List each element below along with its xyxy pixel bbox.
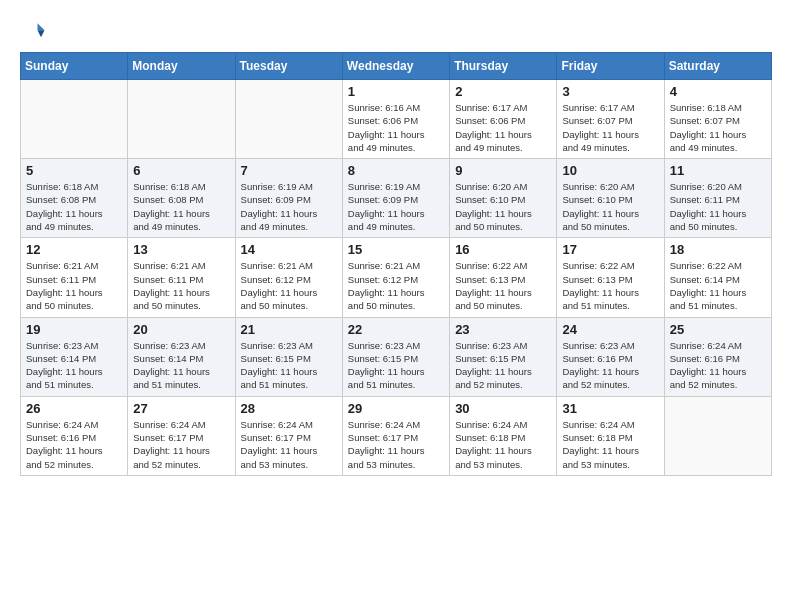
day-info: Sunrise: 6:18 AM Sunset: 6:07 PM Dayligh… [670, 101, 766, 154]
calendar-cell: 26Sunrise: 6:24 AM Sunset: 6:16 PM Dayli… [21, 396, 128, 475]
day-info: Sunrise: 6:20 AM Sunset: 6:11 PM Dayligh… [670, 180, 766, 233]
day-number: 10 [562, 163, 658, 178]
calendar-week-5: 26Sunrise: 6:24 AM Sunset: 6:16 PM Dayli… [21, 396, 772, 475]
calendar-cell [664, 396, 771, 475]
day-info: Sunrise: 6:17 AM Sunset: 6:06 PM Dayligh… [455, 101, 551, 154]
day-info: Sunrise: 6:20 AM Sunset: 6:10 PM Dayligh… [455, 180, 551, 233]
calendar-cell: 11Sunrise: 6:20 AM Sunset: 6:11 PM Dayli… [664, 159, 771, 238]
day-number: 25 [670, 322, 766, 337]
day-number: 28 [241, 401, 337, 416]
calendar-cell [21, 80, 128, 159]
calendar-cell: 2Sunrise: 6:17 AM Sunset: 6:06 PM Daylig… [450, 80, 557, 159]
logo [20, 18, 52, 46]
day-number: 12 [26, 242, 122, 257]
day-info: Sunrise: 6:18 AM Sunset: 6:08 PM Dayligh… [133, 180, 229, 233]
day-info: Sunrise: 6:24 AM Sunset: 6:16 PM Dayligh… [26, 418, 122, 471]
calendar-cell: 20Sunrise: 6:23 AM Sunset: 6:14 PM Dayli… [128, 317, 235, 396]
day-info: Sunrise: 6:21 AM Sunset: 6:12 PM Dayligh… [241, 259, 337, 312]
day-info: Sunrise: 6:23 AM Sunset: 6:14 PM Dayligh… [26, 339, 122, 392]
day-number: 19 [26, 322, 122, 337]
svg-marker-1 [38, 30, 45, 37]
day-info: Sunrise: 6:24 AM Sunset: 6:17 PM Dayligh… [348, 418, 444, 471]
day-number: 13 [133, 242, 229, 257]
day-number: 9 [455, 163, 551, 178]
day-info: Sunrise: 6:23 AM Sunset: 6:16 PM Dayligh… [562, 339, 658, 392]
day-number: 29 [348, 401, 444, 416]
calendar-cell: 5Sunrise: 6:18 AM Sunset: 6:08 PM Daylig… [21, 159, 128, 238]
calendar-cell: 17Sunrise: 6:22 AM Sunset: 6:13 PM Dayli… [557, 238, 664, 317]
day-number: 14 [241, 242, 337, 257]
day-info: Sunrise: 6:24 AM Sunset: 6:17 PM Dayligh… [241, 418, 337, 471]
day-info: Sunrise: 6:23 AM Sunset: 6:15 PM Dayligh… [348, 339, 444, 392]
weekday-header-wednesday: Wednesday [342, 53, 449, 80]
header-row [20, 18, 772, 46]
page: SundayMondayTuesdayWednesdayThursdayFrid… [0, 0, 792, 612]
day-info: Sunrise: 6:24 AM Sunset: 6:17 PM Dayligh… [133, 418, 229, 471]
calendar-cell: 6Sunrise: 6:18 AM Sunset: 6:08 PM Daylig… [128, 159, 235, 238]
day-info: Sunrise: 6:21 AM Sunset: 6:11 PM Dayligh… [26, 259, 122, 312]
calendar-cell: 31Sunrise: 6:24 AM Sunset: 6:18 PM Dayli… [557, 396, 664, 475]
day-number: 21 [241, 322, 337, 337]
day-number: 24 [562, 322, 658, 337]
calendar-cell: 29Sunrise: 6:24 AM Sunset: 6:17 PM Dayli… [342, 396, 449, 475]
calendar-cell: 19Sunrise: 6:23 AM Sunset: 6:14 PM Dayli… [21, 317, 128, 396]
calendar-cell: 8Sunrise: 6:19 AM Sunset: 6:09 PM Daylig… [342, 159, 449, 238]
day-number: 8 [348, 163, 444, 178]
day-info: Sunrise: 6:21 AM Sunset: 6:11 PM Dayligh… [133, 259, 229, 312]
calendar-cell: 28Sunrise: 6:24 AM Sunset: 6:17 PM Dayli… [235, 396, 342, 475]
day-info: Sunrise: 6:24 AM Sunset: 6:16 PM Dayligh… [670, 339, 766, 392]
calendar-cell: 15Sunrise: 6:21 AM Sunset: 6:12 PM Dayli… [342, 238, 449, 317]
day-info: Sunrise: 6:22 AM Sunset: 6:13 PM Dayligh… [562, 259, 658, 312]
calendar-cell: 18Sunrise: 6:22 AM Sunset: 6:14 PM Dayli… [664, 238, 771, 317]
calendar: SundayMondayTuesdayWednesdayThursdayFrid… [20, 52, 772, 476]
calendar-week-4: 19Sunrise: 6:23 AM Sunset: 6:14 PM Dayli… [21, 317, 772, 396]
weekday-header-friday: Friday [557, 53, 664, 80]
day-number: 4 [670, 84, 766, 99]
day-info: Sunrise: 6:18 AM Sunset: 6:08 PM Dayligh… [26, 180, 122, 233]
day-info: Sunrise: 6:24 AM Sunset: 6:18 PM Dayligh… [455, 418, 551, 471]
day-number: 5 [26, 163, 122, 178]
calendar-cell: 23Sunrise: 6:23 AM Sunset: 6:15 PM Dayli… [450, 317, 557, 396]
logo-icon [20, 18, 48, 46]
day-info: Sunrise: 6:23 AM Sunset: 6:15 PM Dayligh… [455, 339, 551, 392]
calendar-cell: 24Sunrise: 6:23 AM Sunset: 6:16 PM Dayli… [557, 317, 664, 396]
calendar-cell: 27Sunrise: 6:24 AM Sunset: 6:17 PM Dayli… [128, 396, 235, 475]
svg-marker-0 [38, 23, 45, 30]
day-number: 20 [133, 322, 229, 337]
day-number: 30 [455, 401, 551, 416]
calendar-cell: 22Sunrise: 6:23 AM Sunset: 6:15 PM Dayli… [342, 317, 449, 396]
day-info: Sunrise: 6:16 AM Sunset: 6:06 PM Dayligh… [348, 101, 444, 154]
calendar-cell: 16Sunrise: 6:22 AM Sunset: 6:13 PM Dayli… [450, 238, 557, 317]
day-number: 15 [348, 242, 444, 257]
day-info: Sunrise: 6:22 AM Sunset: 6:13 PM Dayligh… [455, 259, 551, 312]
calendar-week-2: 5Sunrise: 6:18 AM Sunset: 6:08 PM Daylig… [21, 159, 772, 238]
weekday-header-tuesday: Tuesday [235, 53, 342, 80]
day-info: Sunrise: 6:23 AM Sunset: 6:15 PM Dayligh… [241, 339, 337, 392]
day-number: 31 [562, 401, 658, 416]
calendar-cell: 10Sunrise: 6:20 AM Sunset: 6:10 PM Dayli… [557, 159, 664, 238]
calendar-cell: 9Sunrise: 6:20 AM Sunset: 6:10 PM Daylig… [450, 159, 557, 238]
calendar-cell: 21Sunrise: 6:23 AM Sunset: 6:15 PM Dayli… [235, 317, 342, 396]
calendar-cell: 4Sunrise: 6:18 AM Sunset: 6:07 PM Daylig… [664, 80, 771, 159]
day-number: 16 [455, 242, 551, 257]
calendar-cell: 12Sunrise: 6:21 AM Sunset: 6:11 PM Dayli… [21, 238, 128, 317]
calendar-cell: 30Sunrise: 6:24 AM Sunset: 6:18 PM Dayli… [450, 396, 557, 475]
day-info: Sunrise: 6:22 AM Sunset: 6:14 PM Dayligh… [670, 259, 766, 312]
weekday-header-row: SundayMondayTuesdayWednesdayThursdayFrid… [21, 53, 772, 80]
day-number: 3 [562, 84, 658, 99]
day-info: Sunrise: 6:21 AM Sunset: 6:12 PM Dayligh… [348, 259, 444, 312]
day-number: 22 [348, 322, 444, 337]
calendar-cell [128, 80, 235, 159]
day-number: 2 [455, 84, 551, 99]
calendar-cell: 1Sunrise: 6:16 AM Sunset: 6:06 PM Daylig… [342, 80, 449, 159]
day-number: 6 [133, 163, 229, 178]
calendar-cell [235, 80, 342, 159]
calendar-cell: 25Sunrise: 6:24 AM Sunset: 6:16 PM Dayli… [664, 317, 771, 396]
day-info: Sunrise: 6:23 AM Sunset: 6:14 PM Dayligh… [133, 339, 229, 392]
day-number: 26 [26, 401, 122, 416]
calendar-cell: 14Sunrise: 6:21 AM Sunset: 6:12 PM Dayli… [235, 238, 342, 317]
day-number: 7 [241, 163, 337, 178]
weekday-header-monday: Monday [128, 53, 235, 80]
day-info: Sunrise: 6:19 AM Sunset: 6:09 PM Dayligh… [348, 180, 444, 233]
calendar-week-3: 12Sunrise: 6:21 AM Sunset: 6:11 PM Dayli… [21, 238, 772, 317]
